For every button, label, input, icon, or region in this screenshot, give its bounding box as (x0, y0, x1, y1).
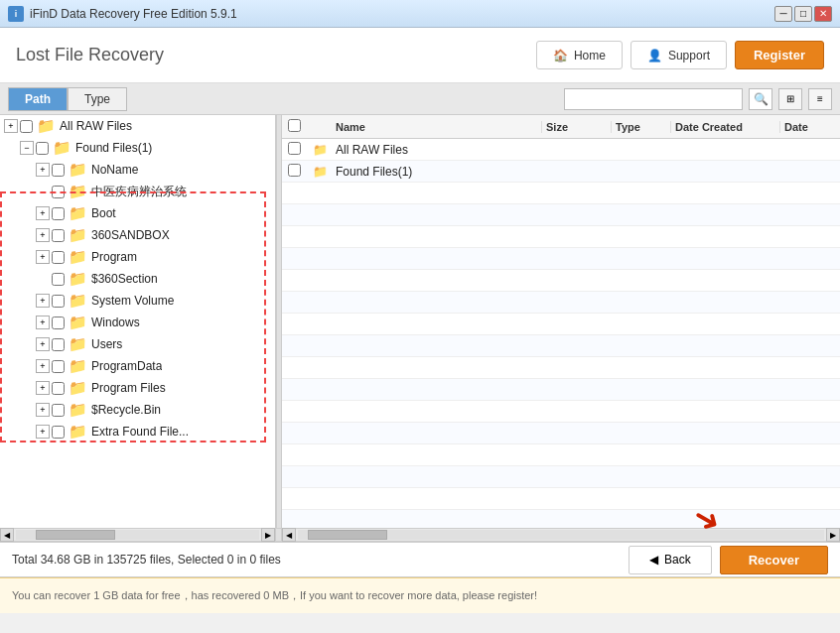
maximize-button[interactable]: □ (794, 6, 812, 22)
tree-item-chinese[interactable]: 📁 中医疾病辨治系统 (0, 181, 275, 202)
tree-scroll[interactable]: + 📁 All RAW Files − 📁 Found Files(1) + (0, 115, 275, 528)
folder-icon-recyclebin: 📁 (69, 401, 87, 419)
folder-icon-programdata: 📁 (69, 357, 87, 375)
tab-type[interactable]: Type (68, 87, 127, 111)
check-recyclebin[interactable] (52, 404, 65, 417)
expand-found-files[interactable]: − (20, 141, 34, 155)
folder-icon-all-raw: 📁 (37, 117, 56, 135)
file-row[interactable]: 📁 Found Files(1) (282, 161, 840, 183)
expand-programdata[interactable]: + (36, 359, 50, 373)
view-grid-button[interactable]: ⊞ (778, 88, 802, 110)
file-row-empty (282, 314, 840, 335)
folder-icon-chinese: 📁 (69, 183, 87, 200)
tree-item-users[interactable]: + 📁 Users (0, 333, 275, 355)
expand-noname[interactable]: + (36, 163, 50, 177)
minimize-button[interactable]: ─ (774, 6, 792, 22)
tree-item-program[interactable]: + 📁 Program (0, 246, 275, 268)
folder-icon-extra: 📁 (69, 423, 87, 441)
check-windows[interactable] (52, 316, 65, 329)
row-checkbox-2[interactable] (288, 164, 301, 177)
check-programdata[interactable] (52, 360, 65, 373)
file-hscroll[interactable]: ◀ ▶ (282, 529, 840, 541)
back-button[interactable]: ◀ Back (629, 546, 712, 574)
hscroll2-right-arrow[interactable]: ▶ (826, 528, 840, 542)
tree-item-360sandbox[interactable]: + 📁 360SANDBOX (0, 224, 275, 246)
search-input[interactable] (564, 88, 743, 110)
check-boot[interactable] (52, 207, 65, 220)
col-header-size[interactable]: Size (542, 121, 612, 133)
select-all-checkbox[interactable] (288, 119, 301, 132)
tree-item-boot[interactable]: + 📁 Boot (0, 202, 275, 224)
tree-item-360section[interactable]: 📁 $360Section (0, 268, 275, 290)
file-row-empty (282, 204, 840, 226)
label-boot: Boot (91, 206, 116, 220)
label-programdata: ProgramData (91, 359, 162, 373)
col-header-name[interactable]: Name (332, 121, 542, 133)
search-icon[interactable]: 🔍 (749, 88, 772, 110)
status-bar: Total 34.68 GB in 135725 files, Selected… (0, 542, 840, 577)
recover-button[interactable]: Recover (720, 546, 828, 574)
hscroll2-thumb[interactable] (308, 530, 387, 540)
tree-item-programdata[interactable]: + 📁 ProgramData (0, 355, 275, 377)
home-icon: 🏠 (553, 49, 568, 63)
check-chinese[interactable] (52, 186, 65, 198)
row-checkbox-1[interactable] (288, 142, 301, 155)
folder-icon-360sandbox: 📁 (69, 226, 87, 244)
tree-item-programfiles[interactable]: + 📁 Program Files (0, 377, 275, 399)
expand-windows[interactable]: + (36, 316, 50, 329)
check-sysvolume[interactable] (52, 295, 65, 308)
expand-program[interactable]: + (36, 250, 50, 264)
label-program: Program (91, 250, 137, 264)
row-icon-1: 📁 (308, 143, 332, 157)
check-noname[interactable] (52, 164, 65, 177)
title-bar: i iFinD Data Recovery Free Edition 5.9.1… (0, 0, 840, 28)
check-all-raw[interactable] (20, 120, 33, 133)
close-button[interactable]: ✕ (814, 6, 832, 22)
file-row[interactable]: 📁 All RAW Files (282, 139, 840, 161)
col-header-type[interactable]: Type (612, 121, 671, 133)
expand-recyclebin[interactable]: + (36, 403, 50, 417)
tree-hscroll[interactable]: ◀ ▶ (0, 529, 276, 541)
check-program[interactable] (52, 251, 65, 264)
support-icon: 👤 (647, 49, 662, 63)
hscroll2-left-arrow[interactable]: ◀ (282, 528, 296, 542)
expand-sysvolume[interactable]: + (36, 294, 50, 308)
view-list-button[interactable]: ≡ (808, 88, 832, 110)
tree-item-all-raw[interactable]: + 📁 All RAW Files (0, 115, 275, 137)
header: Lost File Recovery 🏠 Home 👤 Support Regi… (0, 28, 840, 83)
expand-users[interactable]: + (36, 337, 50, 351)
expand-extra[interactable]: + (36, 425, 50, 439)
window-controls: ─ □ ✕ (774, 6, 832, 22)
hscroll-thumb[interactable] (36, 530, 115, 540)
tree-item-extra[interactable]: + 📁 Extra Found File... (0, 421, 275, 443)
check-360sandbox[interactable] (52, 229, 65, 242)
file-row-empty (282, 466, 840, 488)
support-button[interactable]: 👤 Support (630, 41, 727, 69)
tree-item-recyclebin[interactable]: + 📁 $Recycle.Bin (0, 399, 275, 421)
expand-360sandbox[interactable]: + (36, 228, 50, 242)
label-360section: $360Section (91, 272, 158, 286)
check-programfiles[interactable] (52, 382, 65, 395)
file-row-empty (282, 335, 840, 357)
app-title: Lost File Recovery (16, 45, 164, 65)
tree-item-found-files[interactable]: − 📁 Found Files(1) (0, 137, 275, 159)
check-found-files[interactable] (36, 142, 49, 155)
tree-item-windows[interactable]: + 📁 Windows (0, 312, 275, 333)
file-list[interactable]: 📁 All RAW Files 📁 Found Files(1) (282, 139, 840, 528)
hscroll-right-arrow[interactable]: ▶ (261, 528, 275, 542)
check-users[interactable] (52, 338, 65, 351)
expand-all-raw[interactable]: + (4, 119, 18, 133)
label-recyclebin: $Recycle.Bin (91, 403, 161, 417)
home-button[interactable]: 🏠 Home (536, 41, 623, 69)
col-header-date[interactable]: Date (780, 121, 840, 133)
expand-programfiles[interactable]: + (36, 381, 50, 395)
check-extra[interactable] (52, 426, 65, 439)
tree-item-sysvolume[interactable]: + 📁 System Volume (0, 290, 275, 312)
hscroll-left-arrow[interactable]: ◀ (0, 528, 14, 542)
expand-boot[interactable]: + (36, 206, 50, 220)
check-360section[interactable] (52, 273, 65, 286)
register-button[interactable]: Register (735, 41, 824, 69)
tree-item-noname[interactable]: + 📁 NoName (0, 159, 275, 181)
col-header-date-created[interactable]: Date Created (671, 121, 780, 133)
tab-path[interactable]: Path (8, 87, 68, 111)
